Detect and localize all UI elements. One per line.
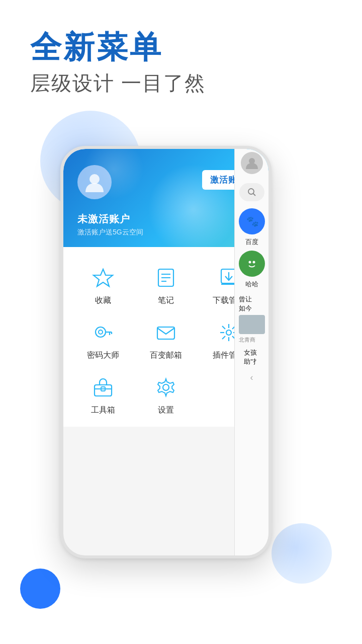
sidebar-news-1: 曾让如今 北青商 <box>236 293 268 346</box>
news-image-1 <box>239 315 265 334</box>
bg-circle-bottom-right <box>272 523 332 584</box>
news-source-1: 北青商 <box>239 336 265 344</box>
menu-item-toolbox[interactable]: 工具箱 <box>75 373 131 416</box>
svg-point-15 <box>226 330 231 335</box>
favorites-label: 收藏 <box>95 295 111 306</box>
main-title: 全新菜单 <box>30 30 206 64</box>
svg-point-33 <box>248 261 251 264</box>
notes-icon-wrap <box>151 263 180 292</box>
settings-label: 设置 <box>158 405 174 416</box>
svg-point-29 <box>248 189 254 194</box>
svg-point-32 <box>246 258 258 270</box>
svg-point-34 <box>252 261 255 264</box>
svg-text:🐾: 🐾 <box>246 215 259 227</box>
profile-avatar[interactable] <box>77 165 112 199</box>
svg-line-30 <box>253 194 255 196</box>
email-label: 百变邮箱 <box>150 350 182 361</box>
svg-point-9 <box>96 327 106 337</box>
header-section: 全新菜单 层级设计 一目了然 <box>30 30 206 97</box>
phone-mockup: 激活账户 未激活账户 激活账户送5G云空间 收藏 <box>60 146 272 558</box>
password-label: 密码大师 <box>87 350 119 361</box>
sidebar-news-2: 女孩助"扌 <box>241 346 262 368</box>
bg-circle-bottom-left <box>20 569 60 609</box>
svg-point-27 <box>163 384 169 390</box>
account-sub: 激活账户送5G云空间 <box>77 228 143 237</box>
svg-point-10 <box>99 330 103 334</box>
favorites-icon-wrap <box>88 263 118 292</box>
menu-item-notes[interactable]: 笔记 <box>138 263 194 306</box>
sidebar-search[interactable] <box>239 183 264 201</box>
sidebar-baidu-icon[interactable]: 🐾 <box>239 208 265 234</box>
password-icon-wrap <box>88 318 118 347</box>
sidebar-haha-label: 哈哈 <box>245 280 258 289</box>
email-icon-wrap <box>151 318 180 347</box>
svg-point-0 <box>89 174 100 184</box>
svg-line-23 <box>222 336 225 339</box>
menu-item-email[interactable]: 百变邮箱 <box>138 318 194 361</box>
sidebar-haha-icon[interactable] <box>239 251 265 277</box>
sub-title: 层级设计 一目了然 <box>30 69 206 97</box>
sidebar-panel: 🐾 百度 哈哈 曾让如今 北青商 女孩助"扌 <box>234 149 268 555</box>
sidebar-avatar <box>241 152 263 174</box>
account-name: 未激活账户 <box>77 212 130 226</box>
svg-marker-1 <box>94 269 113 286</box>
toolbox-label: 工具箱 <box>91 405 115 416</box>
svg-line-20 <box>222 326 225 329</box>
menu-item-settings[interactable]: 设置 <box>138 373 194 416</box>
notes-label: 笔记 <box>158 295 174 306</box>
toolbox-icon-wrap <box>88 373 118 402</box>
sidebar-chevron[interactable]: ‹ <box>250 372 253 383</box>
menu-item-password[interactable]: 密码大师 <box>75 318 131 361</box>
settings-icon-wrap <box>151 373 180 402</box>
svg-rect-14 <box>157 327 174 339</box>
menu-item-favorites[interactable]: 收藏 <box>75 263 131 306</box>
sidebar-baidu-label: 百度 <box>245 237 258 247</box>
phone-screen: 激活账户 未激活账户 激活账户送5G云空间 收藏 <box>63 149 268 555</box>
